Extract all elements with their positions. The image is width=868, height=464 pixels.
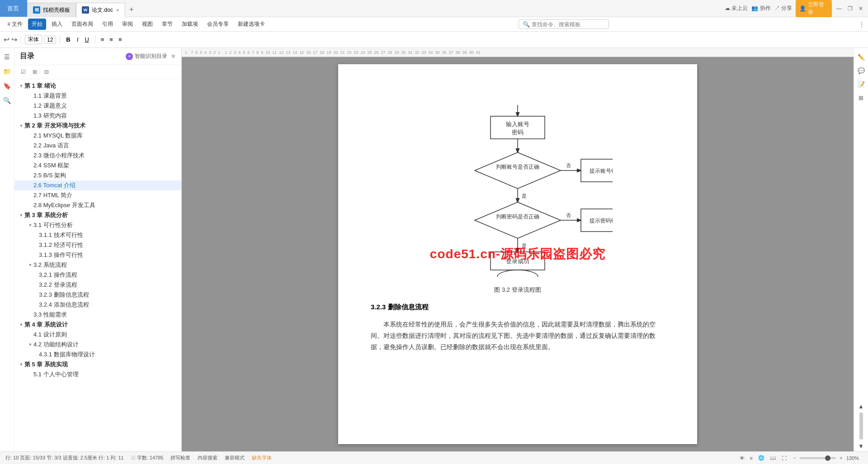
tab-doc-close[interactable]: ✕	[116, 8, 119, 13]
toc-ch2[interactable]: ▼ 第 2 章 开发环境与技术	[14, 121, 181, 131]
toc-2-4[interactable]: 2.4 SSM 框架	[14, 161, 181, 170]
toc-2-6[interactable]: 2.6 Tomcat 介绍	[14, 180, 181, 190]
restore-btn[interactable]: ❐	[846, 5, 854, 12]
toc-ch1[interactable]: ▼ 第 1 章 绪论	[14, 81, 181, 91]
toc-tool-check[interactable]: ☑	[18, 67, 28, 77]
tab-home[interactable]: 首页	[0, 0, 27, 17]
align-left-btn[interactable]: ≡	[99, 35, 106, 44]
toc-3-2-3[interactable]: 3.2.3 删除信息流程	[14, 290, 181, 300]
toc-2-3[interactable]: 2.3 微信小程序技术	[14, 151, 181, 161]
content-search-btn[interactable]: 内容搜索	[198, 455, 217, 461]
search-side-icon[interactable]: 🔍	[2, 95, 13, 106]
toc-4-1[interactable]: 4.1 设计原则	[14, 330, 181, 340]
toc-3-1-1[interactable]: 3.1.1 技术可行性	[14, 230, 181, 240]
font-name[interactable]: 宋体	[25, 35, 42, 44]
view-normal-btn[interactable]: ≡	[750, 455, 753, 461]
toc-2-5[interactable]: 2.5 B/S 架构	[14, 170, 181, 180]
close-btn[interactable]: ✕	[857, 5, 864, 12]
toc-3-1-3[interactable]: 3.1.3 操作可行性	[14, 250, 181, 260]
toc-2-8[interactable]: 2.8 MyEclipse 开发工具	[14, 200, 181, 210]
toc-ch4[interactable]: ▼ 第 4 章 系统设计	[14, 320, 181, 330]
toc-3-3[interactable]: 3.3 性能需求	[14, 310, 181, 320]
toc-4-3-1[interactable]: 4.3.1 数据库物理设计	[14, 350, 181, 360]
toc-tool-collapse[interactable]: ⊟	[42, 67, 52, 77]
ruler: L 7 6 5 4 3 2 1 1 2 3 4 5 6 7 8 9 10 11 …	[182, 48, 854, 57]
view-web-btn[interactable]: 🌐	[758, 455, 764, 461]
menu-insert[interactable]: 插入	[48, 19, 66, 30]
zoom-in-btn[interactable]: ＋	[839, 455, 844, 461]
menu-layout[interactable]: 页面布局	[68, 19, 97, 30]
toc-3-2-2[interactable]: 3.2.2 登录流程	[14, 280, 181, 290]
folder-icon[interactable]: 📁	[2, 66, 13, 77]
sidebar-close-btn[interactable]: ✕	[171, 53, 176, 60]
register-btn[interactable]: 👤立即登录	[796, 0, 832, 17]
right-comment-icon[interactable]: 💬	[856, 65, 867, 76]
cloud-save-btn[interactable]: ☁ 未上云	[725, 5, 748, 12]
more-btn[interactable]: ⋮	[859, 21, 864, 28]
toc-1-1[interactable]: 1.1 课题背景	[14, 91, 181, 101]
menu-start[interactable]: 开始	[28, 19, 46, 30]
collab-btn[interactable]: 👥 协作	[751, 5, 770, 12]
menu-view[interactable]: 视图	[138, 19, 156, 30]
share-btn[interactable]: ↗ 分享	[774, 5, 792, 12]
right-scrollbar[interactable]	[859, 412, 863, 440]
toc-5-1[interactable]: 5.1 个人中心管理	[14, 369, 181, 379]
bold-btn[interactable]: B	[64, 35, 72, 44]
menu-review[interactable]: 审阅	[118, 19, 137, 30]
align-center-btn[interactable]: ≡	[108, 35, 115, 44]
zoom-level[interactable]: 130%	[846, 455, 863, 461]
toc-ch3[interactable]: ▼ 第 3 章 系统分析	[14, 210, 181, 220]
status-bar: 行: 10 页面: 15/33 节: 3/3 设置值: 2.5厘米 行: 1 列…	[0, 451, 868, 464]
menu-chapter[interactable]: 章节	[158, 19, 176, 30]
right-track-icon[interactable]: 📝	[856, 79, 867, 90]
toc-ch5[interactable]: ▼ 第 5 章 系统实现	[14, 360, 181, 369]
doc-scroll[interactable]: code51.cn-源码乐园盗图必究 输入账号 密码 判断账	[182, 57, 854, 451]
zoom-thumb[interactable]	[825, 455, 830, 461]
bookmark-icon[interactable]: 🔖	[2, 80, 13, 91]
right-scroll-down[interactable]: ▼	[856, 440, 867, 451]
menu-cite[interactable]: 引用	[99, 19, 117, 30]
undo-btn[interactable]: ↩	[4, 35, 9, 44]
view-read-btn[interactable]: 📖	[770, 455, 776, 461]
menu-file[interactable]: ≡ 开始文件	[4, 19, 26, 30]
status-word-count[interactable]: ☑ 字数: 14785	[131, 455, 164, 461]
menu-member[interactable]: 会员专享	[203, 19, 232, 30]
right-layout-icon[interactable]: ⊞	[856, 92, 867, 103]
toc-tool-expand[interactable]: ⊞	[30, 67, 40, 77]
toc-3-2-4[interactable]: 3.2.4 添加信息流程	[14, 300, 181, 310]
toc-2-1[interactable]: 2.1 MYSQL 数据库	[14, 131, 181, 141]
right-edit-icon[interactable]: ✏️	[856, 52, 867, 62]
toc-3-1[interactable]: ▼ 3.1 可行性分析	[14, 220, 181, 230]
italic-btn[interactable]: I	[75, 35, 81, 44]
underline-btn[interactable]: U	[82, 35, 91, 44]
tab-wps[interactable]: 稻 找稻壳模板	[27, 3, 76, 17]
nav-icon[interactable]: ☰	[2, 52, 13, 62]
minimize-btn[interactable]: —	[835, 5, 843, 12]
redo-btn[interactable]: ↪	[11, 35, 17, 44]
toc-1-3[interactable]: 1.3 研究内容	[14, 111, 181, 121]
toc-3-2[interactable]: ▼ 3.2 系统流程	[14, 260, 181, 270]
tab-add-button[interactable]: +	[125, 3, 138, 16]
toc-3-2-1[interactable]: 3.2.1 操作流程	[14, 270, 181, 280]
tab-doc[interactable]: W 论文.doc ✕	[76, 3, 125, 17]
zoom-out-btn[interactable]: －	[792, 455, 797, 461]
toolbar-search[interactable]: 🔍	[519, 19, 609, 29]
align-right-btn[interactable]: ≡	[117, 35, 124, 44]
search-input[interactable]	[532, 21, 605, 28]
toc-1-2[interactable]: 1.2 课题意义	[14, 101, 181, 111]
menu-newtab[interactable]: 新建选项卡	[234, 19, 269, 30]
svg-text:输入账号: 输入账号	[506, 121, 529, 128]
zoom-slider[interactable]	[800, 457, 836, 459]
section-title: 3.2.3 删除信息流程	[371, 303, 665, 312]
toc-2-7[interactable]: 2.7 HTML 简介	[14, 190, 181, 200]
eye-icon[interactable]: 👁	[740, 455, 745, 461]
view-fullscreen-btn[interactable]: ⛶	[782, 455, 787, 461]
toc-2-2[interactable]: 2.2 Java 语言	[14, 141, 181, 151]
toc-4-2[interactable]: ▼ 4.2 功能结构设计	[14, 340, 181, 350]
ai-recognize-btn[interactable]: ✦ 智能识别目录	[126, 52, 167, 60]
right-scroll-up[interactable]: ▲	[856, 401, 867, 412]
font-size[interactable]: 12	[44, 36, 56, 44]
toc-3-1-2[interactable]: 3.1.2 经济可行性	[14, 240, 181, 250]
spell-check-btn[interactable]: 拼写检查	[170, 455, 190, 461]
menu-addon[interactable]: 加载项	[178, 19, 202, 30]
